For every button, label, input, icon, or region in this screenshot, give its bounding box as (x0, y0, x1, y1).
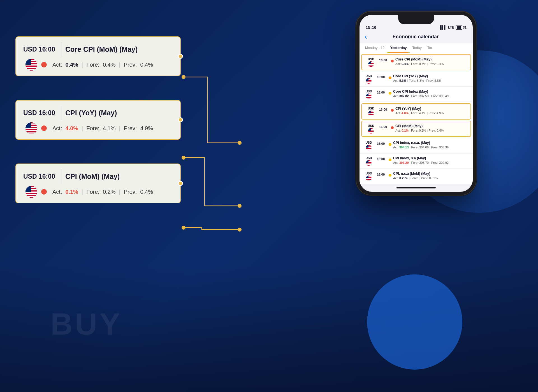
cal-currency-4: USD (368, 107, 374, 110)
tab-tomorrow[interactable]: Tor (425, 43, 435, 53)
app-header: ‹ Economic calendar (360, 31, 473, 43)
cal-currency-6: USD (365, 141, 372, 144)
status-time: 15:16 (366, 25, 376, 30)
cal-dot-3 (389, 92, 391, 95)
cal-values-6: Act:304.13 | Fore:304.06 | Prev:303.36 (393, 146, 469, 149)
tab-monday[interactable]: Monday - 12 (362, 43, 387, 53)
flag-usa-2 (25, 122, 37, 134)
cal-currency-3: USD (365, 90, 372, 93)
flag-5 (368, 128, 374, 134)
cal-dot-2 (389, 76, 391, 79)
cal-values-3: Act:307.82 | Fore:307.53 | Prev:306.49 (393, 94, 469, 98)
cal-item-1[interactable]: USD 16:00 Core CPI (MoM) (May) (361, 54, 471, 70)
cal-currency-7: USD (365, 156, 372, 160)
flag-3 (366, 94, 372, 99)
calendar-list: USD 16:00 Core CPI (MoM) (May) (360, 53, 473, 184)
cal-item-4[interactable]: USD 16:00 CPI (YoY) (May) (361, 103, 471, 120)
cal-currency-1: USD (368, 57, 374, 61)
float-title-3: CPI (MoM) (May) (65, 172, 120, 181)
flag-2 (366, 78, 372, 84)
float-act-3: 0.1% (65, 189, 78, 195)
home-indicator (396, 187, 436, 188)
cal-dot-1 (391, 60, 394, 62)
tab-yesterday[interactable]: Yesterday (387, 43, 409, 53)
status-icons: ▐▌▌ LTE 31 (439, 25, 467, 30)
cal-dot-5 (391, 126, 394, 129)
cal-values-7: Act:303.29 | Fore:303.70 | Prev:302.92 (393, 161, 469, 164)
float-stats-1: Act: 0.4% | Fore: 0.4% | Prev: 0.4% (52, 62, 153, 68)
cal-dot-4 (391, 109, 394, 112)
cal-item-3[interactable]: USD 16:00 Core CPI Index (May) (360, 87, 473, 102)
battery-icon: 31 (456, 25, 467, 30)
cal-currency-5: USD (368, 124, 374, 127)
cal-time-3: 16:00 (377, 91, 385, 94)
phone-body: 15:16 ▐▌▌ LTE 31 ‹ Economic calendar (356, 11, 476, 195)
cal-currency-8: USD (365, 172, 372, 175)
tab-today[interactable]: Today (410, 43, 425, 53)
phone-wrapper: 15:16 ▐▌▌ LTE 31 ‹ Economic calendar (356, 11, 476, 195)
float-time-3: 16:00 (39, 173, 57, 180)
phone-status-bar: 15:16 ▐▌▌ LTE 31 (360, 24, 473, 31)
cal-time-7: 16:00 (377, 157, 385, 161)
cal-time-5: 16:00 (379, 125, 387, 129)
float-card-core-cpi-mom: USD 16:00 Core CPI (MoM) (May) Act: 0.4%… (15, 36, 181, 76)
float-time-2: 16:00 (39, 109, 57, 117)
float-stats-3: Act: 0.1% | Fore: 0.2% | Prev: 0.4% (52, 189, 153, 195)
cal-name-2: Core CPI (YoY) (May) (393, 74, 469, 78)
float-title-2: CPI (YoY) (May) (65, 109, 117, 117)
bg-buy-text: BUY (50, 306, 122, 342)
cal-currency-2: USD (365, 74, 372, 78)
cal-values-4: Act:4.0% | Fore:4.1% | Prev:4.9% (395, 111, 467, 115)
cal-item-7[interactable]: USD 16:00 CPI Index, s.a (May) (360, 153, 473, 169)
cal-time-6: 16:00 (377, 142, 385, 145)
dot-red-1 (41, 62, 47, 67)
cal-item-2[interactable]: USD 16:00 Core CPI (YoY) (May) (360, 71, 473, 87)
phone-notch (398, 15, 434, 24)
cal-name-5: CPI (MoM) (May) (395, 124, 467, 128)
cal-values-8: Act:0.25% | Fore: | Prev:0.51% (393, 176, 469, 180)
float-time-1: 16:00 (39, 46, 57, 53)
float-currency-2: USD (23, 109, 39, 117)
flag-8 (366, 176, 372, 181)
cal-time-2: 16:00 (377, 75, 385, 79)
cal-name-6: CPI Index, n.s.a. (May) (393, 141, 469, 145)
back-button[interactable]: ‹ (365, 32, 367, 41)
cal-dot-8 (389, 174, 391, 177)
floating-cards-container: USD 16:00 Core CPI (MoM) (May) Act: 0.4%… (15, 36, 181, 203)
flag-6 (366, 145, 372, 150)
flag-usa-1 (25, 59, 37, 71)
cal-item-6[interactable]: USD 16:00 CPI Index, n.s.a. (May) (360, 138, 473, 153)
cal-values-5: Act:0.1% | Fore:0.2% | Prev:0.4% (395, 129, 467, 132)
cal-values-2: Act:5.3% | Fore:5.3% | Prev:5.5% (393, 79, 469, 82)
float-currency-1: USD (23, 46, 39, 53)
flag-1 (368, 61, 374, 67)
cal-item-8[interactable]: USD 16:00 CPI, n.s.a (MoM) (May) (360, 169, 473, 184)
float-title-1: Core CPI (MoM) (May) (65, 45, 138, 53)
float-stats-2: Act: 4.0% | Fore: 4.1% | Prev: 4.9% (52, 125, 153, 132)
cal-time-8: 16:00 (377, 173, 385, 176)
float-card-cpi-yoy: USD 16:00 CPI (YoY) (May) Act: 4.0% | Fo… (15, 100, 181, 140)
cal-name-4: CPI (YoY) (May) (395, 107, 467, 111)
flag-7 (366, 160, 372, 166)
cal-values-1: Act:0.4% | Fore:0.4% | Prev:0.4% (395, 62, 467, 66)
dot-red-3 (41, 189, 47, 195)
cal-name-3: Core CPI Index (May) (393, 90, 469, 94)
cal-time-1: 16:00 (379, 59, 387, 62)
cal-name-8: CPI, n.s.a (MoM) (May) (393, 172, 469, 176)
signal-icon: ▐▌▌ (439, 25, 447, 29)
tabs-container: Monday - 12 Yesterday Today Tor (360, 43, 473, 53)
phone-screen: 15:16 ▐▌▌ LTE 31 ‹ Economic calendar (360, 15, 473, 192)
float-card-cpi-mom: USD 16:00 CPI (MoM) (May) Act: 0.1% | Fo… (15, 164, 181, 203)
flag-4 (368, 111, 374, 116)
dot-red-2 (41, 125, 47, 131)
flag-usa-3 (25, 186, 37, 198)
cal-item-5[interactable]: USD 16:00 CPI (MoM) (May) (361, 121, 471, 137)
cal-name-7: CPI Index, s.a (May) (393, 156, 469, 160)
cal-time-4: 16:00 (379, 108, 387, 111)
cal-name-1: Core CPI (MoM) (May) (395, 57, 467, 61)
cal-dot-7 (389, 158, 391, 161)
app-title: Economic calendar (369, 34, 468, 40)
cal-dot-6 (389, 143, 391, 146)
float-currency-3: USD (23, 173, 39, 180)
float-act-2: 4.0% (65, 125, 78, 132)
